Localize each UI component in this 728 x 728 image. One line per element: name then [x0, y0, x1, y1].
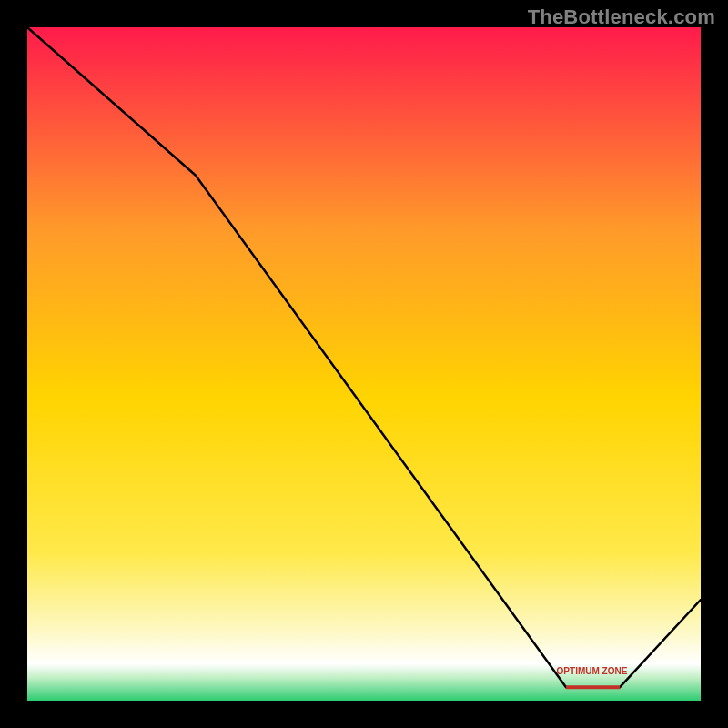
gradient-background — [27, 27, 701, 701]
watermark-text: TheBottleneck.com — [528, 5, 715, 29]
chart-plot — [27, 27, 701, 701]
chart-container: TheBottleneck.com OPTIMUM ZONE — [0, 0, 728, 728]
optimum-zone-label: OPTIMUM ZONE — [557, 666, 628, 676]
